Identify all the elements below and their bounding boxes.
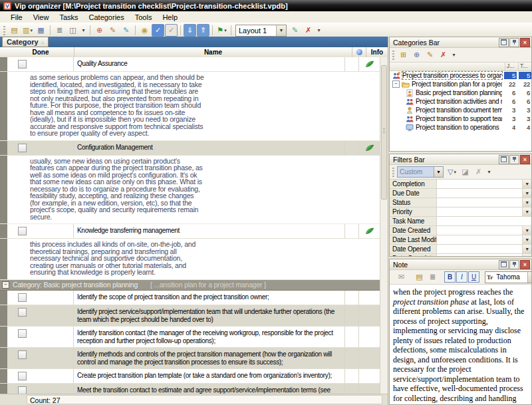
task-row[interactable]: Identify project service/support/impleme… <box>0 305 380 327</box>
categories-bar-titlebar[interactable]: Categories Bar × <box>390 37 531 48</box>
italic-button[interactable]: I <box>456 271 467 283</box>
note-editor[interactable]: when the project progress reaches the pr… <box>390 285 531 404</box>
filter-dropdown-date-created[interactable]: ▼ <box>522 226 531 235</box>
window-titlebar[interactable]: Vip organizer [M:\Project transition che… <box>0 0 532 11</box>
layout-combo-dropdown-icon[interactable]: ▼ <box>276 25 286 36</box>
delete-filter-button[interactable]: ✗ <box>472 166 485 178</box>
note-pin-button[interactable] <box>509 260 519 269</box>
uncheck-task-button[interactable]: ✓ <box>165 24 178 37</box>
filter-dropdown-priority[interactable]: ▼ <box>522 207 531 216</box>
menu-file[interactable]: File <box>5 13 28 22</box>
menu-tasks[interactable]: Tasks <box>54 13 83 22</box>
task-row[interactable]: Quality Assurance <box>0 57 380 72</box>
task-row[interactable]: Identify transition contact (the manager… <box>0 327 380 348</box>
delete-layout-button[interactable]: ✗ <box>302 24 315 37</box>
apply-filter-button[interactable]: ▽▾ <box>446 166 458 178</box>
new-category-button[interactable]: ⊞ <box>397 49 410 61</box>
category-tree-item[interactable]: Project transition to support team33 <box>390 114 531 123</box>
filter-dropdown-date-opened[interactable]: ▼ <box>522 245 531 253</box>
filter-value-date-last-modifi[interactable] <box>437 235 522 244</box>
column-header-done[interactable]: Done <box>7 47 74 57</box>
filter-value-date-opened[interactable] <box>437 245 522 253</box>
group-by-category-chip[interactable]: Category ▵ <box>2 37 49 47</box>
task-row[interactable]: Knowledge transferring management <box>0 224 380 239</box>
filters-position-button[interactable] <box>499 155 509 164</box>
tree-collapse-icon[interactable]: − <box>392 80 400 88</box>
categories-pin-button[interactable] <box>509 38 519 47</box>
edit-task-button[interactable]: ✎ <box>106 24 119 37</box>
column-header-note-indicator[interactable] <box>352 47 366 57</box>
categories-column-2[interactable]: T... <box>518 63 531 70</box>
toolbar-overflow-1[interactable]: ▾ <box>80 24 87 37</box>
task-row[interactable]: Identify methods and controls of the pro… <box>0 348 380 369</box>
category-tree-item[interactable]: Project transition to operations44 <box>390 123 531 132</box>
task-row[interactable]: Identify the scope of project transition… <box>0 291 380 305</box>
delete-category-button[interactable]: ✗ <box>437 49 450 61</box>
categories-toolbar-overflow[interactable]: ▾ <box>450 49 458 61</box>
new-note-button[interactable]: ▤ <box>413 271 426 283</box>
clear-filter-button[interactable]: ◪ <box>459 166 471 178</box>
notes-button[interactable]: ⚑▾ <box>215 24 228 37</box>
task-checkbox[interactable] <box>18 293 27 302</box>
task-note-row[interactable]: usually, some new ideas on using certain… <box>0 156 380 225</box>
edit-layout-button[interactable]: ✎ <box>289 24 301 37</box>
categories-close-button[interactable]: × <box>520 38 530 47</box>
open-file-button[interactable]: ▥▾ <box>21 24 34 37</box>
note-close-button[interactable]: × <box>520 260 530 269</box>
menu-help[interactable]: Help <box>157 13 183 22</box>
print-note-button[interactable]: ≣ <box>426 271 439 283</box>
filter-dropdown-status[interactable]: ▼ <box>522 198 531 207</box>
category-tree-item[interactable]: Project transition activities and matter… <box>390 97 531 106</box>
font-combo[interactable]: Tr Tahoma ▼ <box>485 271 532 283</box>
filter-value-status[interactable] <box>437 198 522 207</box>
menu-view[interactable]: View <box>28 13 55 22</box>
category-tree-item[interactable]: Basic project transition planning66 <box>390 88 531 97</box>
check-task-button[interactable]: ✓ <box>152 24 164 37</box>
task-checkbox[interactable] <box>18 350 27 359</box>
category-tree-item[interactable]: Project transition processes to organize… <box>390 71 531 80</box>
filters-pin-button[interactable] <box>509 155 519 164</box>
print-preview-button[interactable]: ◫ <box>66 24 79 37</box>
new-subcategory-button[interactable]: ⊕ <box>410 49 423 61</box>
task-row[interactable]: Configuration Management <box>0 141 380 156</box>
task-checkbox[interactable] <box>18 227 27 235</box>
filter-value-priority[interactable] <box>437 207 522 216</box>
filters-toolbar-overflow[interactable]: ▾ <box>485 166 493 178</box>
column-header-name[interactable]: Name <box>74 47 352 57</box>
note-flag-icon[interactable] <box>365 227 374 238</box>
grid-vertical-scrollbar[interactable] <box>380 57 388 394</box>
category-tree-item[interactable]: −Project transition plan for a project m… <box>390 80 531 88</box>
filters-close-button[interactable]: × <box>520 155 530 164</box>
menu-tools[interactable]: Tools <box>130 13 158 22</box>
filter-dropdown-due-date[interactable]: ▼ <box>522 189 531 198</box>
underline-button[interactable]: U <box>468 271 479 283</box>
filter-value-date-created[interactable] <box>437 226 522 235</box>
edit-category-button[interactable]: ✎ <box>424 49 436 61</box>
new-task-button[interactable]: ⊕ <box>93 24 106 37</box>
task-row[interactable]: Create project transition plan template … <box>0 369 380 384</box>
toolbar-overflow-2[interactable]: ▾ <box>315 24 323 37</box>
note-flag-icon[interactable] <box>365 144 374 155</box>
note-titlebar[interactable]: Note × <box>390 259 531 270</box>
filter-preset-dropdown-icon[interactable]: ▼ <box>434 167 443 177</box>
filter-value-completion[interactable] <box>437 180 522 188</box>
font-combo-dropdown-icon[interactable]: ▼ <box>527 272 532 283</box>
task-checkbox[interactable] <box>18 329 27 338</box>
filter-value-due-date[interactable] <box>437 189 522 198</box>
task-checkbox[interactable] <box>18 308 27 317</box>
duplicate-task-button[interactable]: ✎ <box>120 24 132 37</box>
note-position-button[interactable] <box>499 260 509 269</box>
task-checkbox[interactable] <box>18 372 27 380</box>
grid-scrollbar-thumb[interactable] <box>381 65 387 200</box>
filter-value-task-name[interactable] <box>437 217 531 225</box>
filter-preset-combo[interactable]: Custom ▼ <box>397 166 444 178</box>
save-file-button[interactable]: ▦ <box>35 24 47 37</box>
hide-completed-button[interactable]: ◉ <box>138 24 151 37</box>
layout-combo[interactable]: Layout 1▼ <box>235 25 287 37</box>
task-checkbox[interactable] <box>18 60 27 68</box>
filter-dropdown-completion[interactable]: ▼ <box>522 180 531 188</box>
collapse-icon[interactable]: − <box>2 281 9 289</box>
filters-bar-titlebar[interactable]: Filters Bar × <box>390 154 531 165</box>
category-group-header[interactable]: −Category: Basic project transition plan… <box>0 280 380 291</box>
category-tree-item[interactable]: Project transition document templates33 <box>390 106 531 114</box>
